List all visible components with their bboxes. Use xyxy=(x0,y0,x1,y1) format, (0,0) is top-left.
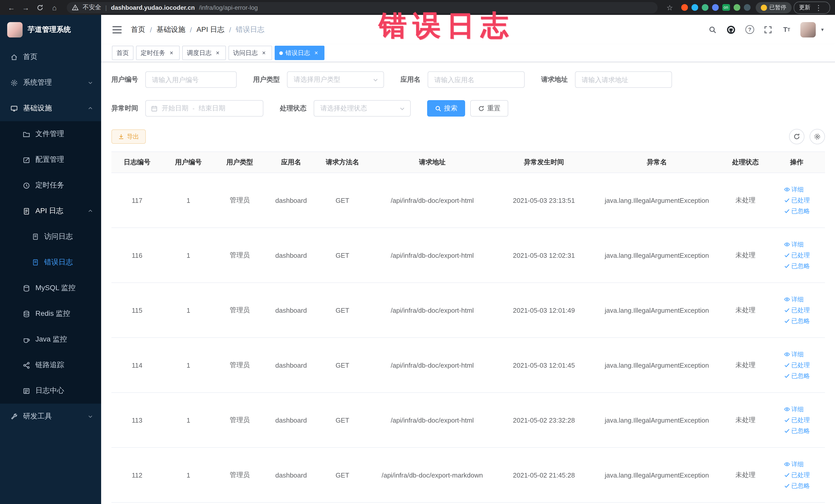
mark-ignored-link[interactable]: 已忽略 xyxy=(784,481,810,490)
sidebar-toggle-icon[interactable] xyxy=(113,26,122,33)
mark-ignored-link[interactable]: 已忽略 xyxy=(784,371,810,380)
mark-ignored-link[interactable]: 已忽略 xyxy=(784,262,810,270)
chrome-update-button[interactable]: 更新 ⋮ xyxy=(793,1,830,14)
extension-icon-orange[interactable] xyxy=(681,4,688,11)
app-logo[interactable]: 芋道管理系统 xyxy=(0,15,101,44)
request-url-input[interactable] xyxy=(575,72,672,88)
sidebar-item-label: Redis 监控 xyxy=(36,309,70,318)
breadcrumb-item[interactable]: API 日志 xyxy=(197,25,225,34)
mark-ignored-link[interactable]: 已忽略 xyxy=(784,207,810,216)
user-id-cell: 1 xyxy=(163,283,214,338)
sidebar-item-config[interactable]: 配置管理 xyxy=(0,147,101,173)
detail-link[interactable]: 详细 xyxy=(784,240,804,249)
tab-job[interactable]: 定时任务 × xyxy=(136,46,180,60)
avatar[interactable] xyxy=(801,22,816,37)
sidebar-item-job[interactable]: 定时任务 xyxy=(0,173,101,198)
detail-link[interactable]: 详细 xyxy=(784,350,804,359)
user-id-cell: 1 xyxy=(163,228,214,283)
sidebar-item-mysql[interactable]: MySQL 监控 xyxy=(0,275,101,301)
actions-cell: 详细 已处理 已忽略 xyxy=(769,338,825,392)
refresh-table-button[interactable] xyxy=(789,129,804,144)
tab-home[interactable]: 首页 xyxy=(112,46,134,60)
tab-access-log[interactable]: 访问日志 × xyxy=(228,46,272,60)
tab-job-log[interactable]: 调度日志 × xyxy=(182,46,226,60)
export-button[interactable]: 导出 xyxy=(111,129,146,144)
fullscreen-icon[interactable] xyxy=(763,25,773,34)
sidebar-item-file[interactable]: 文件管理 xyxy=(0,121,101,147)
url-cell: /api/infra/db-doc/export-html xyxy=(368,228,496,283)
help-icon[interactable]: ? xyxy=(745,25,754,34)
column-header: 应用名 xyxy=(265,152,317,173)
reset-button[interactable]: 重置 xyxy=(470,100,508,117)
extension-icon-blue[interactable] xyxy=(691,4,698,11)
status-cell: 未处理 xyxy=(722,173,769,228)
app-cell: dashboard xyxy=(265,447,317,502)
user-type-cell: 管理员 xyxy=(214,283,265,338)
search-icon[interactable] xyxy=(708,25,717,34)
user-type-select[interactable]: 请选择用户类型 xyxy=(287,72,384,88)
tab-close-icon[interactable]: × xyxy=(214,49,221,57)
github-icon[interactable] xyxy=(727,25,736,34)
sidebar-item-devtools[interactable]: 研发工具 xyxy=(0,404,101,429)
extension-on-badge[interactable]: on xyxy=(722,4,730,11)
avatar-caret-icon[interactable]: ▾ xyxy=(821,27,824,32)
extension-icon-grid[interactable] xyxy=(712,4,718,11)
back-icon[interactable]: ← xyxy=(5,2,18,13)
chevron-down-icon xyxy=(373,77,378,82)
sidebar-item-java[interactable]: Java 监控 xyxy=(0,327,101,352)
sidebar-item-redis[interactable]: Redis 监控 xyxy=(0,301,101,327)
breadcrumb-item[interactable]: 首页 xyxy=(131,25,145,34)
status-select[interactable]: 请选择处理状态 xyxy=(314,100,411,117)
detail-link[interactable]: 详细 xyxy=(784,185,804,194)
mark-processed-link[interactable]: 已处理 xyxy=(784,416,810,424)
detail-link[interactable]: 详细 xyxy=(784,295,804,304)
url-path: /infra/log/api-error-log xyxy=(199,4,258,11)
tab-close-icon[interactable]: × xyxy=(260,49,267,57)
font-size-icon[interactable]: TT xyxy=(782,25,791,34)
date-range-picker[interactable]: 开始日期 - 结束日期 xyxy=(145,100,263,117)
column-settings-button[interactable] xyxy=(809,129,825,144)
url-bar[interactable]: 不安全 | dashboard.yudao.iocoder.cn/infra/l… xyxy=(67,2,657,13)
sidebar-item-trace[interactable]: 链路追踪 xyxy=(0,352,101,378)
tab-close-icon[interactable]: × xyxy=(313,49,320,57)
chrome-menu-icon[interactable]: ⋮ xyxy=(813,3,824,12)
check-icon xyxy=(784,318,790,324)
user-type-cell: 管理员 xyxy=(214,447,265,502)
mark-processed-link[interactable]: 已处理 xyxy=(784,306,810,315)
sidebar-item-access-log[interactable]: 访问日志 xyxy=(0,224,101,249)
detail-link[interactable]: 详细 xyxy=(784,460,804,468)
mark-ignored-link[interactable]: 已忽略 xyxy=(784,317,810,325)
user-id-input[interactable] xyxy=(145,72,237,88)
status-cell: 未处理 xyxy=(722,338,769,392)
filter-exception-time: 异常时间 开始日期 - 结束日期 xyxy=(111,100,263,117)
sidebar-item-infra[interactable]: 基础设施 xyxy=(0,96,101,121)
breadcrumb-item[interactable]: 基础设施 xyxy=(157,25,185,34)
home-icon xyxy=(10,53,18,61)
app-name-input[interactable] xyxy=(428,72,525,88)
vue-devtools-icon[interactable] xyxy=(701,4,708,11)
time-cell: 2021-05-02 21:45:28 xyxy=(496,447,591,502)
sidebar-item-api-log[interactable]: API 日志 xyxy=(0,198,101,224)
mark-ignored-link[interactable]: 已忽略 xyxy=(784,426,810,435)
sidebar-item-system[interactable]: 系统管理 xyxy=(0,70,101,96)
sidebar-item-home[interactable]: 首页 xyxy=(0,44,101,70)
mark-processed-link[interactable]: 已处理 xyxy=(784,196,810,205)
user-type-cell: 管理员 xyxy=(214,338,265,392)
tab-close-icon[interactable]: × xyxy=(168,49,175,57)
sidebar-item-log-center[interactable]: 日志中心 xyxy=(0,378,101,404)
forward-icon[interactable]: → xyxy=(20,2,32,13)
mark-processed-link[interactable]: 已处理 xyxy=(784,471,810,479)
search-button[interactable]: 搜索 xyxy=(427,100,465,117)
bookmark-star-icon[interactable]: ☆ xyxy=(664,2,676,13)
detail-link[interactable]: 详细 xyxy=(784,405,804,414)
mark-processed-link[interactable]: 已处理 xyxy=(784,251,810,260)
home-icon[interactable]: ⌂ xyxy=(48,2,61,13)
paused-badge[interactable]: 已暂停 xyxy=(755,2,791,13)
reload-icon[interactable] xyxy=(34,2,46,13)
sidebar-item-error-log[interactable]: 错误日志 xyxy=(0,249,101,275)
log-center-icon xyxy=(23,387,30,395)
tab-error-log[interactable]: 错误日志 × xyxy=(274,46,324,60)
extension-icon-green[interactable] xyxy=(733,4,740,11)
extension-icon-dark[interactable] xyxy=(744,4,750,11)
mark-processed-link[interactable]: 已处理 xyxy=(784,361,810,369)
